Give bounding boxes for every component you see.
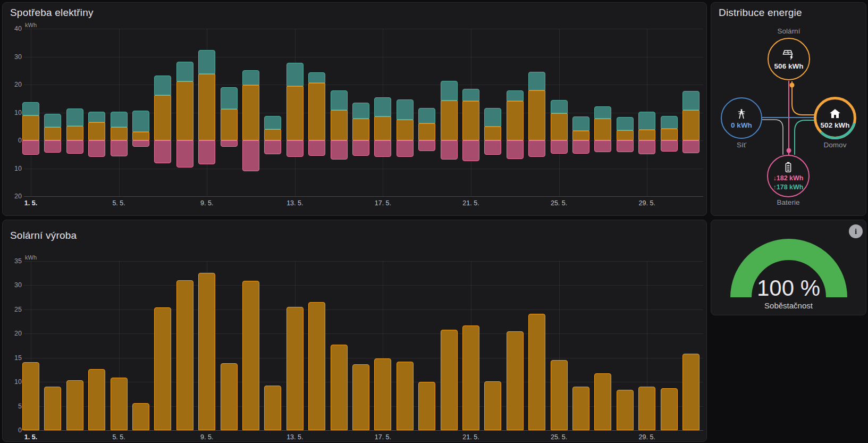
power-tower-icon <box>735 107 748 120</box>
bar-series-orange-day25 <box>551 113 568 140</box>
panel-solar-production: Solární výroba kWh 353025201510501. 5.5.… <box>2 220 707 442</box>
bar-series-orange-day19 <box>418 382 435 430</box>
bar-series-orange-day24 <box>528 314 545 430</box>
bar-series-orange-day1 <box>22 362 39 430</box>
bar-series-orange-day31 <box>682 354 700 430</box>
bar-series-orange-day11 <box>242 281 259 430</box>
y-tick-label: 30 <box>4 281 22 289</box>
x-tick-label: 9. 5. <box>188 199 225 207</box>
x-tick-label: 13. 5. <box>276 199 314 207</box>
bar-series-orange-day22 <box>484 381 501 430</box>
bar-series-orange-day20 <box>441 330 458 430</box>
y-tick-label: 0 <box>4 137 22 144</box>
bar-series-pink-negative-day13 <box>286 140 304 157</box>
bar-series-orange-day4 <box>88 369 105 430</box>
bar-series-teal-day29 <box>638 112 655 129</box>
bar-series-orange-day20 <box>441 101 458 140</box>
bar-series-pink-negative-day27 <box>594 140 611 152</box>
y-axis-unit-label: kWh <box>25 254 37 261</box>
node-home: 502 kWh <box>815 98 855 138</box>
bar-series-pink-negative-day16 <box>352 140 369 156</box>
bar-series-orange-day16 <box>352 119 369 140</box>
bar-series-pink-negative-day15 <box>331 140 348 160</box>
bar-series-pink-negative-day12 <box>264 140 281 154</box>
bar-series-teal-day23 <box>507 90 524 101</box>
grid-node-value: 0 kWh <box>731 121 752 129</box>
bar-series-teal-day11 <box>242 70 259 85</box>
grid-line-h <box>24 29 703 29</box>
bar-series-orange-day23 <box>507 331 524 430</box>
bar-series-orange-day6 <box>132 403 149 430</box>
bar-series-pink-negative-day21 <box>462 140 479 161</box>
bar-series-orange-day26 <box>572 387 589 430</box>
bar-series-teal-day26 <box>572 116 589 131</box>
bar-series-teal-day6 <box>132 111 149 132</box>
y-tick-label: 15 <box>4 354 22 362</box>
bar-series-pink-negative-day23 <box>507 140 524 159</box>
home-node-label: Domov <box>824 141 847 149</box>
bar-series-orange-day22 <box>484 127 501 140</box>
grafana-dashboard: Spotřeba elektřiny kWh 40302010010201. 5… <box>0 0 868 443</box>
solar-node-value: 506 kWh <box>774 62 804 70</box>
bar-series-orange-day24 <box>528 90 545 140</box>
y-tick-label: 30 <box>4 53 22 61</box>
grid-line-h <box>24 430 703 431</box>
bar-series-teal-day16 <box>352 103 369 119</box>
bar-series-pink-negative-day11 <box>242 140 259 171</box>
bar-series-orange-day8 <box>176 280 193 430</box>
bar-series-teal-day8 <box>176 62 193 81</box>
battery-charge-value: ↓182 kWh <box>773 174 804 182</box>
bar-series-orange-day27 <box>594 373 611 430</box>
bar-series-teal-day30 <box>661 116 678 129</box>
bar-series-pink-negative-day29 <box>638 140 655 154</box>
bar-series-teal-day15 <box>331 90 348 110</box>
bar-series-orange-day8 <box>176 81 193 140</box>
grid-line-h <box>24 85 703 85</box>
bar-series-orange-day7 <box>154 95 171 140</box>
bar-series-orange-day10 <box>221 363 238 430</box>
bar-series-orange-day28 <box>617 130 634 140</box>
bar-series-orange-day13 <box>286 86 304 140</box>
x-tick-label: 29. 5. <box>628 199 665 207</box>
bar-series-teal-day1 <box>22 102 39 116</box>
bar-series-teal-day5 <box>111 112 128 127</box>
bar-series-pink-negative-day14 <box>308 140 325 156</box>
home-node-value: 502 kWh <box>821 121 850 129</box>
y-tick-label: 40 <box>4 25 22 32</box>
bar-series-pink-negative-day10 <box>221 140 238 147</box>
bar-series-orange-day1 <box>22 115 39 140</box>
grid-line-h <box>24 169 703 169</box>
bar-series-orange-day9 <box>198 273 215 430</box>
y-tick-label: 35 <box>4 257 22 265</box>
bar-series-orange-day18 <box>397 120 414 140</box>
x-tick-label: 21. 5. <box>452 199 490 207</box>
bar-series-orange-day21 <box>462 325 479 430</box>
bar-series-teal-day3 <box>66 108 83 126</box>
panel-title-solar-production[interactable]: Solární výroba <box>10 230 77 241</box>
bar-series-teal-day12 <box>264 116 281 129</box>
x-tick-label: 1. 5. <box>12 199 49 207</box>
bar-series-teal-day24 <box>528 72 545 90</box>
bar-series-orange-day12 <box>264 129 281 140</box>
x-tick-label: 17. 5. <box>364 433 401 441</box>
x-tick-label: 17. 5. <box>364 199 401 207</box>
bar-series-orange-day14 <box>308 302 325 430</box>
bar-series-orange-day23 <box>507 101 524 140</box>
panel-title-consumption[interactable]: Spotřeba elektřiny <box>10 7 94 19</box>
y-tick-label: 10 <box>4 109 22 116</box>
bar-series-pink-negative-day5 <box>111 140 128 156</box>
bar-series-orange-day17 <box>374 358 391 430</box>
solar-node-label: Solární <box>778 27 800 35</box>
x-tick-label: 9. 5. <box>188 433 225 441</box>
x-tick-label: 13. 5. <box>276 433 314 441</box>
bar-series-pink-negative-day19 <box>418 140 435 151</box>
bar-series-orange-day13 <box>286 307 304 430</box>
grid-line-h <box>24 333 703 334</box>
y-axis-unit-label: kWh <box>25 22 37 28</box>
bar-series-orange-day18 <box>397 362 414 430</box>
battery-icon <box>782 161 794 173</box>
bar-series-pink-negative-day2 <box>44 140 61 153</box>
bar-series-orange-day12 <box>264 386 281 430</box>
x-tick-label: 5. 5. <box>100 199 138 207</box>
bar-series-pink-negative-day24 <box>528 140 545 157</box>
